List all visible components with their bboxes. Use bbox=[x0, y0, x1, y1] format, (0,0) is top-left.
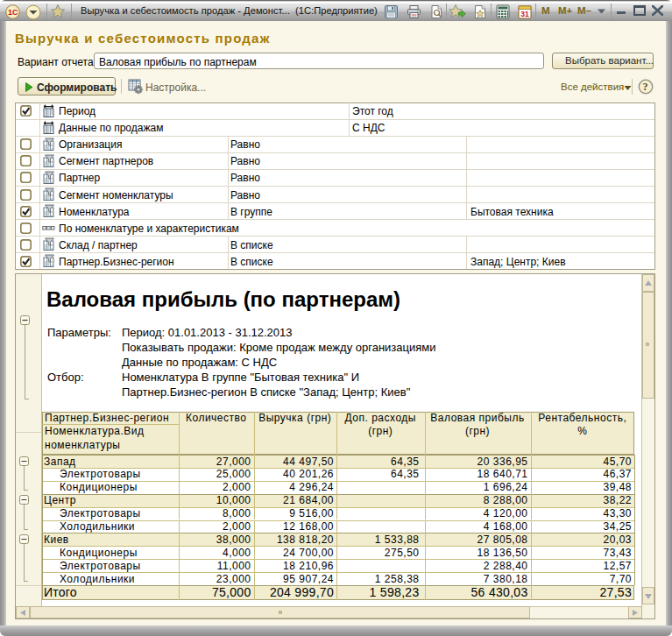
svg-text:1C: 1C bbox=[8, 8, 18, 17]
svg-text:?: ? bbox=[643, 81, 648, 93]
svg-text:31: 31 bbox=[520, 10, 529, 18]
